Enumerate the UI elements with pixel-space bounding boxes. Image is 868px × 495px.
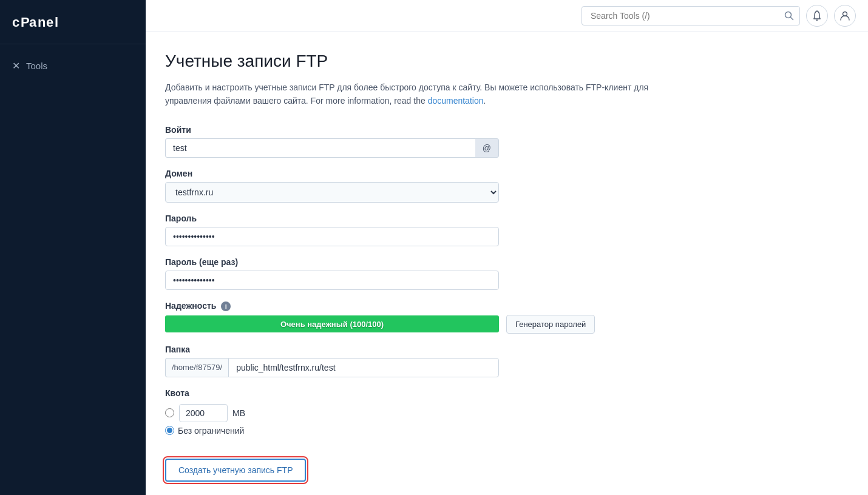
at-symbol: @	[475, 138, 499, 158]
search-button[interactable]	[784, 11, 794, 21]
password-input[interactable]	[165, 227, 499, 246]
folder-group: Папка /home/f87579/	[165, 345, 668, 377]
domain-group: Домен testfrnx.ru	[165, 169, 668, 203]
strength-row: Очень надежный (100/100) Генератор парол…	[165, 315, 668, 334]
user-icon	[839, 10, 850, 21]
page-description: Добавить и настроить учетные записи FTP …	[165, 81, 668, 108]
folder-label: Папка	[165, 345, 668, 354]
quota-mb-radio[interactable]	[165, 408, 174, 417]
login-group: Войти @	[165, 125, 668, 158]
quota-radio-group: MB Без ограничений	[165, 402, 668, 436]
quota-mb-row: MB	[165, 404, 668, 422]
strength-info-icon[interactable]: i	[221, 301, 231, 311]
folder-input[interactable]	[228, 358, 499, 377]
domain-label: Домен	[165, 169, 668, 178]
main-content: Учетные записи FTP Добавить и настроить …	[146, 32, 692, 495]
svg-text:e: e	[46, 15, 53, 30]
search-input[interactable]	[581, 6, 800, 25]
svg-text:c: c	[12, 15, 19, 30]
user-menu-button[interactable]	[834, 5, 856, 27]
strength-group: Надежность i Очень надежный (100/100) Ге…	[165, 301, 668, 334]
login-label: Войти	[165, 125, 668, 135]
sidebar-item-label: Tools	[26, 61, 47, 71]
topbar	[146, 0, 868, 32]
folder-row: /home/f87579/	[165, 358, 499, 377]
search-wrap	[581, 6, 800, 25]
svg-text:n: n	[38, 15, 46, 30]
domain-select[interactable]: testfrnx.ru	[165, 182, 499, 203]
strength-text: Очень надежный (100/100)	[280, 320, 384, 329]
password-repeat-label: Пароль (еще раз)	[165, 257, 668, 267]
notification-button[interactable]	[806, 5, 828, 27]
quota-unit: MB	[232, 408, 245, 418]
password-group: Пароль	[165, 214, 668, 246]
strength-label: Надежность i	[165, 301, 668, 311]
tools-icon: ✕	[12, 60, 20, 72]
main-area: Учетные записи FTP Добавить и настроить …	[146, 0, 868, 495]
login-input-wrap: @	[165, 138, 499, 158]
bell-icon	[812, 10, 822, 21]
sidebar-item-tools[interactable]: ✕ Tools	[0, 54, 146, 78]
svg-text:l: l	[55, 15, 58, 30]
quota-unlimited-label: Без ограничений	[178, 426, 244, 436]
svg-line-7	[791, 18, 793, 20]
cpanel-logo: c P a n e l	[12, 11, 67, 33]
sidebar: c P a n e l ✕ Tools	[0, 0, 146, 495]
folder-prefix: /home/f87579/	[165, 358, 228, 377]
svg-text:a: a	[29, 15, 37, 30]
page-title: Учетные записи FTP	[165, 52, 668, 71]
quota-value-input[interactable]	[179, 404, 228, 422]
password-label: Пароль	[165, 214, 668, 223]
quota-group: Квота MB Без ограничений	[165, 388, 668, 436]
documentation-link[interactable]: documentation	[428, 96, 484, 106]
create-ftp-button[interactable]: Создать учетную запись FTP	[165, 459, 306, 482]
quota-mb-option[interactable]	[165, 408, 174, 417]
password-repeat-group: Пароль (еще раз)	[165, 257, 668, 290]
quota-label: Квота	[165, 388, 668, 398]
strength-bar: Очень надежный (100/100)	[165, 315, 499, 332]
logo-area: c P a n e l	[0, 0, 146, 44]
svg-text:P: P	[21, 15, 30, 30]
quota-unlimited-radio[interactable]	[165, 426, 174, 435]
search-icon	[784, 11, 794, 21]
sidebar-nav: ✕ Tools	[0, 44, 146, 87]
generate-password-button[interactable]: Генератор паролей	[506, 315, 595, 334]
password-repeat-input[interactable]	[165, 271, 499, 290]
login-input[interactable]	[165, 138, 475, 158]
quota-unlimited-option[interactable]: Без ограничений	[165, 426, 668, 436]
